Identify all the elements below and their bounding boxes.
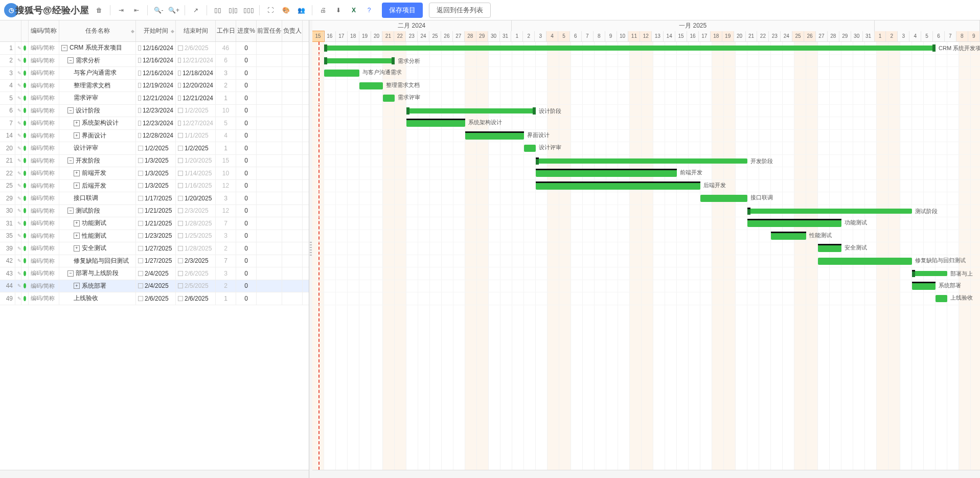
edit-icon[interactable]: ✎ [15,67,21,79]
checkbox-icon[interactable] [138,45,141,51]
start-cell[interactable]: 1/21/2025 [136,217,176,230]
checkbox-icon[interactable] [178,271,183,276]
start-cell[interactable]: 2/6/2025 [136,292,176,305]
day-header[interactable]: 28 [828,31,839,42]
gantt-bar[interactable]: 后端开发 [536,183,700,190]
tree-toggle-icon[interactable]: − [67,107,74,113]
checkbox-icon[interactable] [178,45,183,51]
day-header[interactable]: 15 [312,31,324,42]
end-cell[interactable]: 12/18/2024 [176,67,216,79]
start-cell[interactable]: 12/19/2024 [136,80,176,92]
edit-icon[interactable]: ✎ [15,155,21,167]
gantt-bar[interactable]: 整理需求文档 [359,82,383,89]
day-header[interactable]: 27 [816,31,828,42]
day-header[interactable]: 17 [699,31,711,42]
tree-toggle-icon[interactable]: − [67,208,74,214]
checkbox-icon[interactable] [178,71,181,76]
col-end[interactable]: 结束时间 [176,20,216,41]
end-cell[interactable]: 1/20/2025 [176,155,216,167]
day-header[interactable]: 22 [394,31,406,42]
day-header[interactable]: 20 [371,31,383,42]
start-cell[interactable]: 12/28/2024 [136,130,176,142]
task-row[interactable]: 2✎编码/简称−需求分析12/16/202412/21/202460 [0,55,309,67]
grid-horizontal-scrollbar[interactable] [0,470,309,478]
task-row[interactable]: 31✎编码/简称+功能测试1/21/20251/28/202570 [0,217,309,230]
export-icon[interactable]: ⬇ [332,4,345,17]
move-down-icon[interactable]: ↓ [77,4,90,17]
name-cell[interactable]: +性能测试 [59,230,136,242]
checkbox-icon[interactable] [138,121,141,126]
gantt-bar[interactable]: 设计评审 [524,145,536,152]
day-header[interactable]: 2 [886,31,898,42]
edit-icon[interactable]: ✎ [15,130,21,142]
gantt-bar[interactable]: 功能测试 [747,220,841,227]
gantt-bar[interactable]: 修复缺陷与回归测试 [818,258,912,265]
edit-icon[interactable]: ✎ [15,180,21,192]
start-cell[interactable]: 12/16/2024 [136,67,176,79]
edit-icon[interactable]: ✎ [15,117,21,129]
gantt-bar[interactable]: 开发阶段 [536,158,747,164]
name-cell[interactable]: 与客户沟通需求 [59,67,136,79]
edit-icon[interactable]: ✎ [15,80,21,92]
gantt-bar[interactable]: 安全测试 [818,245,841,252]
move-up-icon[interactable]: ↑ [62,4,75,17]
day-header[interactable]: 8 [956,31,968,42]
gantt-bar[interactable]: 上线验收 [936,295,947,302]
day-header[interactable]: 30 [851,31,863,42]
tree-toggle-icon[interactable]: + [74,183,80,189]
end-cell[interactable]: 12/21/2024 [176,55,216,67]
task-row[interactable]: 21✎编码/简称−开发阶段1/3/20251/20/2025150 [0,155,309,168]
name-cell[interactable]: +安全测试 [59,242,136,255]
end-cell[interactable]: 1/16/2025 [176,180,216,192]
task-row[interactable]: 4✎编码/简称整理需求文档12/19/202412/20/202420 [0,80,309,93]
day-header[interactable]: 27 [453,31,465,42]
name-cell[interactable]: 需求评审 [59,92,136,104]
gantt-bar[interactable]: 系统架构设计 [406,120,465,127]
print-icon[interactable]: 🖨 [316,4,330,17]
name-cell[interactable]: −开发阶段 [59,155,136,167]
tree-toggle-icon[interactable]: − [67,270,74,277]
gantt-horizontal-scrollbar[interactable] [312,470,980,478]
sort-icon[interactable]: ◆ [171,29,174,34]
task-row[interactable]: 20✎编码/简称设计评审1/2/20251/2/202510 [0,142,309,155]
day-header[interactable]: 17 [336,31,348,42]
zoom-out-icon[interactable]: 🔍- [152,4,165,17]
end-cell[interactable]: 12/21/2024 [176,92,216,104]
gantt-bar[interactable]: CRM 系统开发项目 [324,45,936,51]
checkbox-icon[interactable] [138,108,141,113]
day-header[interactable]: 29 [476,31,488,42]
task-row[interactable]: 5✎编码/简称需求评审12/21/202412/21/202410 [0,92,309,105]
day-header[interactable]: 13 [652,31,664,42]
name-cell[interactable]: +系统架构设计 [59,117,136,129]
col-owner[interactable]: 负责人 [282,20,303,41]
checkbox-icon[interactable] [138,283,143,288]
day-header[interactable]: 14 [664,31,675,42]
day-header[interactable]: 25 [429,31,441,42]
day-header[interactable]: 15 [675,31,687,42]
day-header[interactable]: 26 [804,31,816,42]
task-row[interactable]: 49✎编码/简称上线验收2/6/20252/6/202510 [0,292,309,305]
checkbox-icon[interactable] [138,258,143,263]
gantt-bar[interactable]: 测试阶段 [747,209,912,214]
edit-icon[interactable]: ✎ [15,292,21,305]
edit-icon[interactable]: ✎ [15,242,21,255]
day-header[interactable]: 21 [746,31,758,42]
checkbox-icon[interactable] [178,233,183,238]
col-rownum[interactable] [0,20,21,41]
day-header[interactable]: 28 [465,31,476,42]
day-header[interactable]: 26 [441,31,453,42]
day-header[interactable]: 9 [605,31,617,42]
day-header[interactable]: 16 [324,31,336,42]
task-row[interactable]: 43✎编码/简称−部署与上线阶段2/4/20252/6/202530 [0,267,309,280]
checkbox-icon[interactable] [178,296,183,301]
edit-icon[interactable]: ✎ [15,92,21,104]
delete-icon[interactable]: 🗑 [93,4,106,17]
day-header[interactable]: 19 [722,31,734,42]
start-cell[interactable]: 1/21/2025 [136,205,176,217]
start-cell[interactable]: 1/27/2025 [136,255,176,267]
day-header[interactable]: 25 [792,31,804,42]
checkbox-icon[interactable] [178,146,183,151]
start-cell[interactable]: 2/4/2025 [136,280,176,292]
palette-icon[interactable]: 🎨 [279,4,292,17]
task-row[interactable]: 14✎编码/简称+界面设计12/28/20241/1/202540 [0,130,309,143]
